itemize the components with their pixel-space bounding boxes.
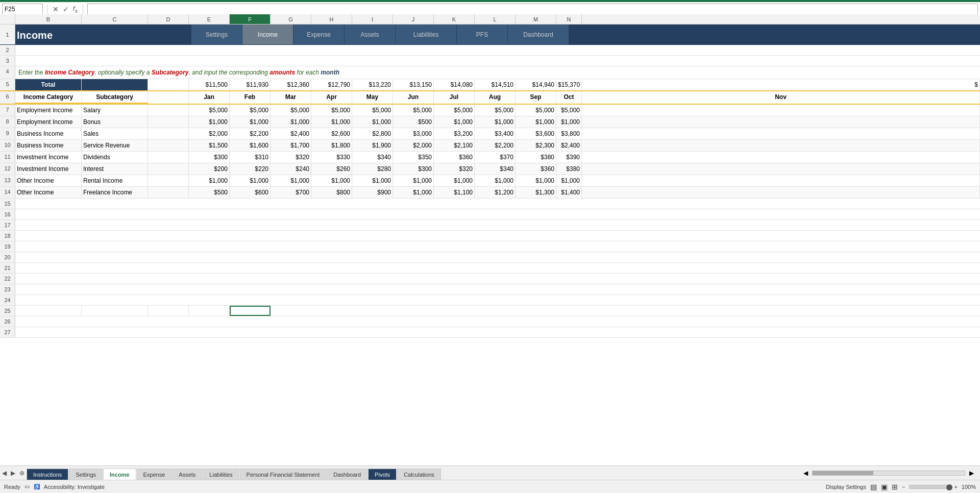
r12-jun[interactable]: $300: [393, 163, 434, 175]
r7-jun[interactable]: $5,000: [393, 105, 434, 116]
r10-sep[interactable]: $2,300: [516, 140, 556, 151]
r12-jul[interactable]: $320: [434, 163, 475, 175]
r25-d[interactable]: [148, 306, 189, 316]
r10-d[interactable]: [148, 140, 189, 151]
r7-jan[interactable]: $5,000: [189, 105, 230, 116]
r14-apr[interactable]: $800: [311, 187, 352, 198]
function-icon[interactable]: fx: [72, 5, 79, 14]
r14-nov[interactable]: [582, 187, 980, 198]
zoom-out-icon[interactable]: −: [902, 484, 905, 490]
r8-oct[interactable]: $1,000: [556, 116, 582, 128]
r11-d[interactable]: [148, 152, 189, 163]
r12-aug[interactable]: $340: [475, 163, 516, 175]
r11-sep[interactable]: $380: [516, 152, 556, 163]
r14-may[interactable]: $900: [352, 187, 393, 198]
view-page-break-icon[interactable]: ⊞: [892, 483, 898, 491]
r11-cat[interactable]: Investment Income: [15, 152, 82, 163]
tab-scroll-left[interactable]: ◀: [0, 470, 9, 477]
r12-may[interactable]: $280: [352, 163, 393, 175]
r7-aug[interactable]: $5,000: [475, 105, 516, 116]
r7-oct[interactable]: $5,000: [556, 105, 582, 116]
r8-sep[interactable]: $1,000: [516, 116, 556, 128]
r14-sep[interactable]: $1,300: [516, 187, 556, 198]
r13-sep[interactable]: $1,000: [516, 175, 556, 186]
r12-cat[interactable]: Investment Income: [15, 163, 82, 175]
r7-cat[interactable]: Employment Income: [15, 105, 82, 116]
r13-feb[interactable]: $1,000: [230, 175, 271, 186]
r8-jul[interactable]: $1,000: [434, 116, 475, 128]
r11-mar[interactable]: $320: [271, 152, 311, 163]
zoom-in-icon[interactable]: +: [954, 484, 957, 490]
r9-d[interactable]: [148, 128, 189, 139]
r13-d[interactable]: [148, 175, 189, 186]
r13-jun[interactable]: $1,000: [393, 175, 434, 186]
r8-may[interactable]: $1,000: [352, 116, 393, 128]
r12-feb[interactable]: $220: [230, 163, 271, 175]
r10-feb[interactable]: $1,600: [230, 140, 271, 151]
r10-sub[interactable]: Service Revenue: [82, 140, 148, 151]
r13-cat[interactable]: Other Income: [15, 175, 82, 186]
r11-jun[interactable]: $350: [393, 152, 434, 163]
r10-mar[interactable]: $1,700: [271, 140, 311, 151]
scrollbar-right-arrow[interactable]: ▶: [967, 470, 976, 477]
r9-apr[interactable]: $2,600: [311, 128, 352, 139]
r8-jun[interactable]: $500: [393, 116, 434, 128]
tab-instructions[interactable]: Instructions: [27, 469, 68, 480]
r13-jul[interactable]: $1,000: [434, 175, 475, 186]
view-page-layout-icon[interactable]: ▣: [881, 483, 888, 491]
r8-mar[interactable]: $1,000: [271, 116, 311, 128]
nav-assets-cell[interactable]: Assets: [345, 24, 396, 44]
tab-expense[interactable]: Expense: [137, 469, 172, 480]
nav-expense-cell[interactable]: Expense: [293, 24, 345, 44]
r9-may[interactable]: $2,800: [352, 128, 393, 139]
r9-sub[interactable]: Sales: [82, 128, 148, 139]
nav-dashboard-cell[interactable]: Dashboard: [508, 24, 569, 44]
tab-personal-financial[interactable]: Personal Financial Statement: [240, 469, 327, 480]
r11-may[interactable]: $340: [352, 152, 393, 163]
formula-input[interactable]: [87, 4, 978, 15]
r25-e[interactable]: [189, 306, 230, 316]
tab-liabilities[interactable]: Liabilities: [203, 469, 239, 480]
tab-scroll-right[interactable]: ▶: [9, 470, 17, 477]
r14-jun[interactable]: $1,000: [393, 187, 434, 198]
r14-jul[interactable]: $1,100: [434, 187, 475, 198]
name-box[interactable]: [2, 4, 43, 15]
r12-d[interactable]: [148, 163, 189, 175]
r12-jan[interactable]: $200: [189, 163, 230, 175]
r7-mar[interactable]: $5,000: [271, 105, 311, 116]
r14-oct[interactable]: $1,400: [556, 187, 582, 198]
r13-may[interactable]: $1,000: [352, 175, 393, 186]
r10-apr[interactable]: $1,800: [311, 140, 352, 151]
r10-jul[interactable]: $2,100: [434, 140, 475, 151]
r7-nov[interactable]: [582, 105, 980, 116]
r13-jan[interactable]: $1,000: [189, 175, 230, 186]
r25-c[interactable]: [82, 306, 148, 316]
tab-add[interactable]: ⊕: [17, 470, 27, 477]
r13-sub[interactable]: Rental Income: [82, 175, 148, 186]
r25-b[interactable]: [15, 306, 82, 316]
r8-cat[interactable]: Employment Income: [15, 116, 82, 128]
r9-jan[interactable]: $2,000: [189, 128, 230, 139]
r13-mar[interactable]: $1,000: [271, 175, 311, 186]
nav-settings-cell[interactable]: Settings: [191, 24, 242, 44]
tab-assets[interactable]: Assets: [172, 469, 202, 480]
r8-aug[interactable]: $1,000: [475, 116, 516, 128]
r7-may[interactable]: $5,000: [352, 105, 393, 116]
r9-aug[interactable]: $3,400: [475, 128, 516, 139]
scrollbar-left-arrow[interactable]: ◀: [801, 470, 810, 477]
r14-cat[interactable]: Other Income: [15, 187, 82, 198]
cancel-icon[interactable]: ✕: [52, 5, 60, 13]
r14-mar[interactable]: $700: [271, 187, 311, 198]
r12-nov[interactable]: [582, 163, 980, 175]
r13-oct[interactable]: $1,000: [556, 175, 582, 186]
tab-pivots[interactable]: Pivots: [368, 469, 397, 480]
r12-apr[interactable]: $260: [311, 163, 352, 175]
r10-jan[interactable]: $1,500: [189, 140, 230, 151]
confirm-icon[interactable]: ✓: [62, 5, 70, 13]
r12-mar[interactable]: $240: [271, 163, 311, 175]
nav-income-cell[interactable]: Income: [242, 24, 293, 44]
r9-jun[interactable]: $3,000: [393, 128, 434, 139]
r11-jul[interactable]: $360: [434, 152, 475, 163]
r14-aug[interactable]: $1,200: [475, 187, 516, 198]
r9-nov[interactable]: [582, 128, 980, 139]
